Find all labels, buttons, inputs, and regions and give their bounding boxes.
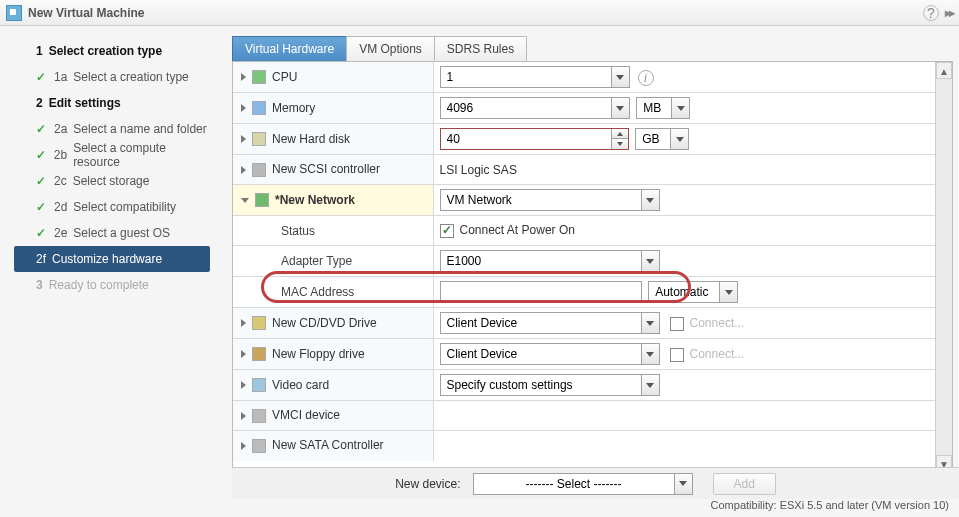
step-3: 3Ready to complete [18, 272, 214, 298]
scroll-up-icon[interactable]: ▲ [936, 62, 952, 79]
info-icon[interactable]: i [638, 70, 654, 86]
hardware-panel: ▲ ▼ CPU i Memory New Hard disk [232, 61, 953, 473]
scrollbar[interactable]: ▲ ▼ [935, 62, 952, 472]
compatibility-footer: Compatibility: ESXi 5.5 and later (VM ve… [711, 499, 949, 517]
window-title: New Virtual Machine [28, 6, 923, 20]
memory-input[interactable] [440, 97, 630, 119]
vm-icon [6, 5, 22, 21]
network-select[interactable] [440, 189, 660, 211]
adapter-type-select[interactable] [440, 250, 660, 272]
tab-sdrs-rules[interactable]: SDRS Rules [434, 36, 527, 61]
new-device-label: New device: [395, 477, 460, 491]
step-1a[interactable]: ✓1aSelect a creation type [18, 64, 214, 90]
step-2c[interactable]: ✓2cSelect storage [18, 168, 214, 194]
row-scsi: New SCSI controller LSI Logic SAS [233, 155, 935, 185]
connect-checkbox[interactable]: ✓ [440, 224, 454, 238]
content-area: Virtual Hardware VM Options SDRS Rules ▲… [218, 26, 959, 499]
row-network: *New Network [233, 185, 935, 216]
memory-icon [252, 101, 266, 115]
memory-unit-select[interactable] [636, 97, 690, 119]
tab-vm-options[interactable]: VM Options [346, 36, 435, 61]
step-2f[interactable]: 2f Customize hardware [14, 246, 210, 272]
mac-address-input[interactable] [440, 281, 642, 303]
disk-icon [252, 132, 266, 146]
video-select[interactable] [440, 374, 660, 396]
vmci-icon [252, 409, 266, 423]
row-adapter-type: Adapter Type [233, 246, 935, 277]
step-1[interactable]: 1Select creation type [18, 38, 214, 64]
scsi-icon [252, 163, 266, 177]
expand-icon[interactable]: ▸▸ [945, 6, 953, 20]
cd-select[interactable] [440, 312, 660, 334]
titlebar: New Virtual Machine ? ▸▸ [0, 0, 959, 26]
disk-size-input[interactable] [440, 128, 629, 150]
mac-mode-select[interactable] [648, 281, 738, 303]
add-button[interactable]: Add [713, 473, 776, 495]
tabs: Virtual Hardware VM Options SDRS Rules [232, 36, 953, 61]
new-device-bar: New device: Add [232, 467, 959, 499]
new-device-select[interactable] [473, 473, 693, 495]
network-icon [255, 193, 269, 207]
step-2e[interactable]: ✓2eSelect a guest OS [18, 220, 214, 246]
sata-icon [252, 439, 266, 453]
row-cd: New CD/DVD Drive Connect... [233, 308, 935, 339]
scsi-value: LSI Logic SAS [440, 163, 517, 177]
row-vmci: VMCI device [233, 401, 935, 431]
floppy-icon [252, 347, 266, 361]
step-2b[interactable]: ✓2bSelect a compute resource [18, 142, 214, 168]
row-network-status: Status ✓Connect At Power On [233, 216, 935, 246]
step-2d[interactable]: ✓2dSelect compatibility [18, 194, 214, 220]
row-cpu: CPU i [233, 62, 935, 93]
help-icon[interactable]: ? [923, 5, 939, 21]
video-icon [252, 378, 266, 392]
cpu-select[interactable] [440, 66, 630, 88]
tab-virtual-hardware[interactable]: Virtual Hardware [232, 36, 347, 61]
row-mac-address: MAC Address [233, 277, 935, 308]
floppy-select[interactable] [440, 343, 660, 365]
disk-unit-select[interactable] [635, 128, 689, 150]
cd-connect-checkbox [670, 317, 684, 331]
step-2a[interactable]: ✓2aSelect a name and folder [18, 116, 214, 142]
floppy-connect-checkbox [670, 348, 684, 362]
row-disk: New Hard disk [233, 124, 935, 155]
cpu-icon [252, 70, 266, 84]
cd-icon [252, 316, 266, 330]
row-sata: New SATA Controller [233, 431, 935, 461]
row-floppy: New Floppy drive Connect... [233, 339, 935, 370]
wizard-steps: 1Select creation type ✓1aSelect a creati… [0, 26, 218, 499]
row-memory: Memory [233, 93, 935, 124]
row-video: Video card [233, 370, 935, 401]
step-2[interactable]: 2Edit settings [18, 90, 214, 116]
